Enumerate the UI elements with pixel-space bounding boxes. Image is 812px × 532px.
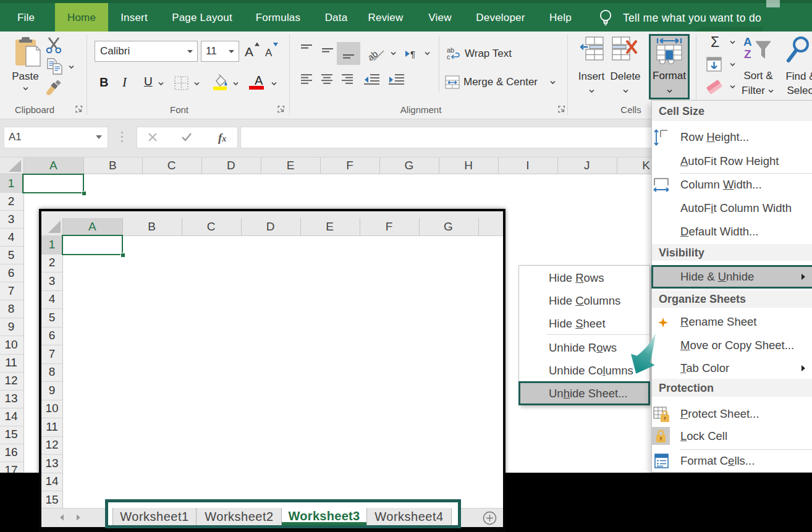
svg-text:¶: ¶ [410, 49, 415, 59]
svg-text:Z: Z [744, 48, 751, 61]
svg-text:c: c [447, 53, 450, 61]
svg-text:A: A [743, 35, 752, 48]
